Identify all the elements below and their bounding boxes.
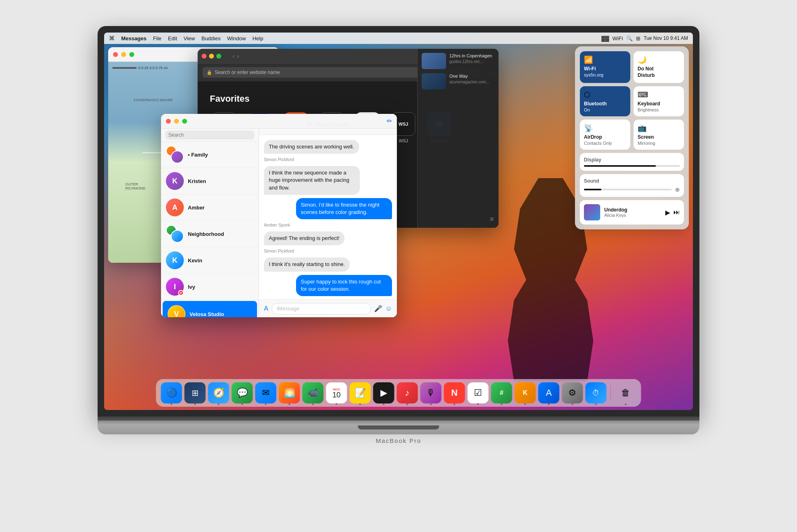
reading-item-oneway[interactable]: One Way azuremagazine.com... (422, 73, 494, 89)
dock-divider (611, 385, 611, 401)
reading-thumb-2 (422, 73, 446, 89)
menubar-buddies[interactable]: Buddies (201, 35, 220, 41)
dock-music[interactable]: ♪ (397, 382, 418, 403)
map-scale-label: 0 0.25 0.5 0.75 mi (138, 66, 168, 70)
menubar-view[interactable]: View (184, 35, 195, 41)
dock-mail[interactable]: ✉ (255, 382, 277, 403)
safari-minimize-button[interactable] (209, 54, 214, 59)
conv-text-field[interactable]: iMessage (272, 303, 371, 314)
numbers-icon: # (500, 389, 503, 397)
news-icon: N (451, 388, 458, 398)
safari-icon: 🧭 (213, 388, 224, 398)
dock-calendar[interactable]: NOV 10 (326, 382, 347, 403)
cc-play-button[interactable]: ▶ (665, 209, 670, 216)
menubar-help[interactable]: Help (253, 35, 263, 41)
cc-brightness-fill (584, 165, 656, 167)
safari-back-button[interactable]: ‹ (233, 53, 235, 59)
messages-contact-neighborhood[interactable]: Neighborhood (161, 221, 259, 247)
dock-news[interactable]: N (444, 382, 465, 403)
chat-bubble-1: The driving scenes are working well. (264, 140, 359, 154)
messages-minimize-button[interactable] (174, 119, 179, 124)
cc-keyboard-tile[interactable]: ⌨ Keyboard Brightness (634, 86, 684, 116)
dock-finder[interactable]: 🔵 (161, 382, 182, 403)
control-center-icon[interactable]: ⊞ (636, 35, 640, 41)
cc-sound-options-icon[interactable]: ⊕ (675, 186, 680, 193)
cc-screenmirror-tile[interactable]: 📺 Screen Mirroring (634, 120, 684, 150)
messages-close-button[interactable] (166, 119, 171, 124)
wifi-icon[interactable]: WiFi (612, 35, 623, 41)
safari-reading-list: 12hrs in Copenhagen guides.12hrs.net... … (417, 49, 499, 228)
finder-icon: 🔵 (166, 388, 177, 398)
dock: 🔵 ⊞ 🧭 💬 ✉ 🌅 📹 (156, 379, 641, 407)
safari-forward-button[interactable]: › (237, 53, 239, 59)
dock-podcasts[interactable]: 🎙 (420, 382, 442, 403)
dock-numbers[interactable]: # (491, 382, 512, 403)
messages-fullscreen-button[interactable] (182, 119, 187, 124)
dock-messages[interactable]: 💬 (232, 382, 253, 403)
safari-close-button[interactable] (202, 54, 207, 59)
messages-contact-amber[interactable]: A Amber (161, 194, 259, 221)
amber-info: Amber (188, 205, 254, 211)
dock-photos[interactable]: 🌅 (279, 382, 300, 403)
messages-titlebar: ✏ (161, 114, 397, 129)
dock-launchpad[interactable]: ⊞ (185, 382, 206, 403)
dock-keynote[interactable]: K (515, 382, 536, 403)
minimize-button[interactable] (121, 52, 126, 57)
dock-notes[interactable]: 📝 (350, 382, 371, 403)
sender-name-amber: Amber Spork (264, 222, 392, 227)
safari-reading-filter-icon[interactable]: ≡ (490, 216, 494, 223)
family-name: • Family (188, 152, 254, 158)
cc-music-info: Underdog Alicia Keys (604, 207, 661, 218)
fullscreen-button[interactable] (129, 52, 134, 57)
conv-audio-button[interactable]: 🎤 (374, 305, 382, 312)
menubar-left: ⌘ Messages File Edit View Buddies Window… (109, 35, 263, 41)
messages-contact-family[interactable]: • Family (161, 142, 259, 168)
reading-item-copenhagen[interactable]: 12hrs in Copenhagen guides.12hrs.net... (422, 53, 494, 69)
cc-airdrop-tile[interactable]: 📡 AirDrop Contacts Only (580, 120, 630, 150)
dock-reminders[interactable]: ☑ (468, 382, 489, 403)
dock-trash[interactable]: 🗑 (615, 382, 636, 403)
dock-screentime[interactable]: ⏱ (586, 382, 607, 403)
cc-brightness-slider[interactable] (584, 165, 680, 167)
cc-dnd-tile[interactable]: 🌙 Do Not Disturb (634, 51, 684, 83)
messages-compose-button[interactable]: ✏ (387, 117, 392, 125)
dock-appstore[interactable]: A (538, 382, 560, 403)
safari-address-text: Search or enter website name (215, 70, 280, 75)
cc-wifi-tile[interactable]: 📶 Wi-Fi sys5n.org (580, 51, 630, 83)
safari-fullscreen-button[interactable] (216, 54, 221, 59)
kevin-avatar: K (166, 251, 184, 269)
macbook-hinge (98, 416, 699, 421)
neighborhood-avatar-main (171, 230, 184, 243)
cc-airdrop-sub: Contacts Only (584, 141, 626, 146)
cc-skip-button[interactable]: ⏭ (673, 209, 680, 216)
conv-emoji-button[interactable]: ☺ (385, 305, 392, 312)
dock-appletv[interactable]: ▶ (373, 382, 394, 403)
map-label-fishermans: FISHERMAN'S WHARF (134, 98, 173, 102)
menubar-file[interactable]: File (153, 35, 161, 41)
search-icon[interactable]: 🔍 (626, 35, 633, 41)
menubar-window[interactable]: Window (227, 35, 246, 41)
cc-wifi-sub: sys5n.org (584, 72, 626, 77)
velosa-info: Velosa Studio (189, 311, 252, 317)
cc-music-artwork (584, 204, 600, 220)
cc-bluetooth-sub: On (584, 107, 626, 112)
messages-contact-kevin[interactable]: K Kevin (161, 247, 259, 274)
mail-icon: ✉ (262, 388, 270, 398)
dock-facetime[interactable]: 📹 (303, 382, 324, 403)
messages-contact-kristen[interactable]: K Kristen (161, 168, 259, 194)
chat-bubble-5: I think it's really starting to shine. (264, 257, 350, 271)
close-button[interactable] (113, 52, 118, 57)
cc-screenmirror-sub: Mirroring (638, 141, 680, 146)
dock-safari[interactable]: 🧭 (208, 382, 229, 403)
cc-bluetooth-tile[interactable]: ⬡ Bluetooth On (580, 86, 630, 116)
reading-title-1: 12hrs in Copenhagen (449, 53, 494, 59)
ivy-name: Ivy (188, 284, 254, 290)
cc-volume-slider[interactable] (584, 189, 672, 190)
messages-search-input[interactable] (165, 131, 255, 140)
messages-contact-ivy[interactable]: I ♥ Ivy (161, 274, 259, 300)
conv-attachment-button[interactable]: A (264, 305, 268, 312)
menubar-edit[interactable]: Edit (168, 35, 177, 41)
dock-sysprefs[interactable]: ⚙ (562, 382, 583, 403)
cc-airdrop-title: AirDrop (584, 134, 626, 140)
messages-contact-velosa[interactable]: V Velosa Studio (163, 301, 257, 317)
